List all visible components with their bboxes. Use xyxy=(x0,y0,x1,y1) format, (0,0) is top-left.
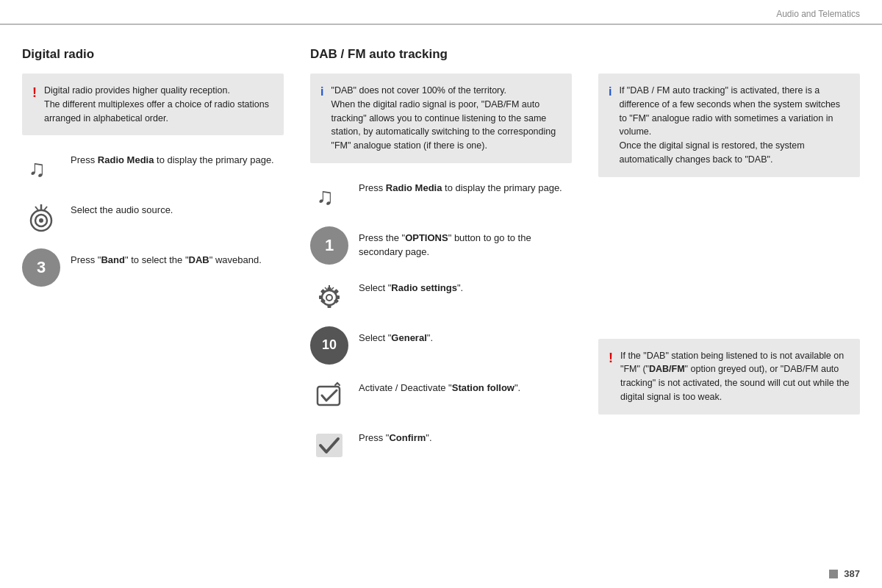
svg-line-5 xyxy=(35,207,38,210)
dab-step1-text: Press Radio Media to display the primary… xyxy=(359,176,562,196)
footer: 387 xyxy=(829,568,860,579)
dab-fm-info-text: "DAB" does not cover 100% of the territo… xyxy=(331,84,562,153)
dab-step5-text: Activate / Deactivate "Station follow". xyxy=(359,376,520,395)
svg-point-3 xyxy=(39,218,43,223)
svg-rect-11 xyxy=(328,304,331,308)
number10-icon: 10 xyxy=(310,326,348,365)
right-info-box-bottom: ! If the "DAB" station being listened to… xyxy=(598,339,860,415)
checkmark-icon xyxy=(310,426,348,465)
dab-step2-text: Press the "OPTIONS" button to go to the … xyxy=(359,226,572,259)
step-row-number3: 3 Press "Band" to select the "DAB" waveb… xyxy=(22,248,284,287)
header: Audio and Telematics xyxy=(0,0,882,25)
section-title-right xyxy=(598,47,860,62)
step2-text: Select the audio source. xyxy=(71,198,173,218)
dab-step-row-gear-antenna: Select "Radio settings". xyxy=(310,276,572,315)
svg-text:♫: ♫ xyxy=(28,155,46,182)
dab-step-row-number1: 1 Press the "OPTIONS" button to go to th… xyxy=(310,226,572,265)
info-icon-dab: i xyxy=(320,85,323,153)
dab-step-row-checkmark: Press "Confirm". xyxy=(310,426,572,465)
svg-rect-13 xyxy=(336,295,340,299)
music-icon: ♫ xyxy=(22,148,60,187)
svg-point-9 xyxy=(326,295,332,301)
column-right: i If "DAB / FM auto tracking" is activat… xyxy=(585,47,860,476)
dab-step3-text: Select "Radio settings". xyxy=(359,276,463,295)
number1-icon: 1 xyxy=(310,226,348,265)
checkbox-icon xyxy=(310,376,348,415)
step3-text: Press "Band" to select the "DAB" waveban… xyxy=(71,248,262,268)
antenna-icon xyxy=(22,198,60,237)
right-info-box-top: i If "DAB / FM auto tracking" is activat… xyxy=(598,74,860,177)
dab-step6-text: Press "Confirm". xyxy=(359,426,432,445)
dab-step-row-checkbox: Activate / Deactivate "Station follow". xyxy=(310,376,572,415)
right-info-top-text: If "DAB / FM auto tracking" is activated… xyxy=(619,84,850,167)
dab-step-row-music: ♫ Press Radio Media to display the prima… xyxy=(310,176,572,215)
info-icon-right-top: i xyxy=(609,85,612,167)
svg-line-6 xyxy=(44,207,47,210)
page-number: 387 xyxy=(844,568,860,579)
right-info-bottom-text: If the "DAB" station being listened to i… xyxy=(620,349,850,404)
dab-fm-info-box: i "DAB" does not cover 100% of the terri… xyxy=(310,74,572,163)
step-row-antenna: Select the audio source. xyxy=(22,198,284,237)
footer-square xyxy=(829,570,838,578)
svg-line-20 xyxy=(331,287,334,290)
header-title: Audio and Telematics xyxy=(776,9,860,19)
step-row-music: ♫ Press Radio Media to display the prima… xyxy=(22,148,284,187)
dab-step-row-number10: 10 Select "General". xyxy=(310,326,572,365)
exclaim-icon-right: ! xyxy=(609,351,613,404)
svg-rect-12 xyxy=(319,295,323,299)
svg-line-19 xyxy=(325,287,328,290)
svg-rect-14 xyxy=(320,289,326,294)
svg-text:♫: ♫ xyxy=(316,183,334,209)
number3-icon: 3 xyxy=(22,248,60,287)
digital-radio-info-text: Digital radio provides higher quality re… xyxy=(44,84,273,125)
dab-music-icon: ♫ xyxy=(310,176,348,215)
exclaim-icon: ! xyxy=(32,85,37,125)
column-digital-radio: Digital radio ! Digital radio provides h… xyxy=(22,47,297,476)
dab-step4-text: Select "General". xyxy=(359,326,433,345)
section-title-digital-radio: Digital radio xyxy=(22,47,284,62)
gear-antenna-icon xyxy=(310,276,348,315)
section-title-dab-fm: DAB / FM auto tracking xyxy=(310,47,572,62)
column-dab-fm: DAB / FM auto tracking i "DAB" does not … xyxy=(297,47,585,476)
step1-text: Press Radio Media to display the primary… xyxy=(71,148,274,168)
digital-radio-info-box: ! Digital radio provides higher quality … xyxy=(22,74,284,135)
